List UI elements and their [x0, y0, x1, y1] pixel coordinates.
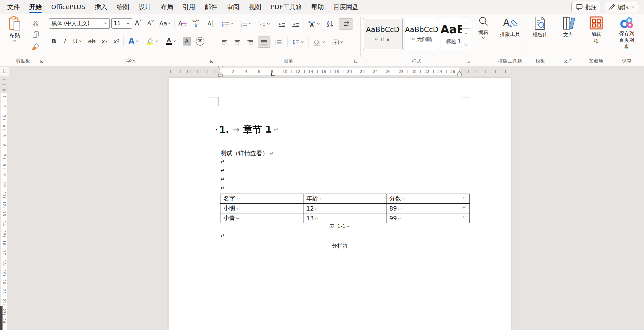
tab-home[interactable]: 开始: [25, 0, 47, 14]
table-cell[interactable]: 年龄↵: [303, 194, 386, 204]
asian-layout-button[interactable]: A: [305, 19, 322, 29]
comments-button[interactable]: 批注: [571, 2, 601, 12]
tab-review[interactable]: 审阅: [222, 0, 244, 14]
table-cell[interactable]: 小青↵: [220, 213, 303, 223]
library-button[interactable]: 文库: [554, 16, 582, 38]
superscript-button[interactable]: x²: [111, 36, 121, 47]
font-dialog-launcher[interactable]: [209, 59, 214, 64]
text-effects-button[interactable]: A: [125, 36, 142, 47]
increase-indent-button[interactable]: [289, 19, 302, 29]
grow-font-button[interactable]: A^: [134, 18, 144, 28]
show-formatting-marks-button[interactable]: [339, 18, 353, 30]
distribute-text-button[interactable]: [273, 37, 285, 47]
styles-scroll-down-button[interactable]: [462, 28, 470, 39]
heading-text: 章节 1: [243, 123, 272, 136]
character-shading-button[interactable]: A: [181, 36, 192, 47]
edit-mode-button[interactable]: 编辑: [604, 2, 639, 12]
row-end-mark: ↵: [462, 195, 466, 201]
tab-help[interactable]: 帮助: [307, 0, 329, 14]
ribbon-group-styles: AaBbCcD ↵ 正文 AaBbCcD ↵ 无间隔 AaB 标题 1: [361, 14, 473, 66]
tab-baidu-pan[interactable]: 百度网盘: [329, 0, 363, 14]
font-family-select[interactable]: 黑体 (中文正文): [49, 18, 110, 29]
change-case-button[interactable]: Aa: [158, 18, 173, 28]
copy-button[interactable]: [30, 30, 41, 40]
editing-menu-button[interactable]: 编辑: [473, 16, 494, 39]
addins-button[interactable]: 加载项: [582, 16, 610, 44]
table-cell[interactable]: 名字↵: [220, 194, 303, 204]
subscript-button[interactable]: x₂: [99, 36, 109, 47]
table-cell[interactable]: 89↵: [386, 204, 470, 213]
tab-stop-marker[interactable]: [271, 73, 275, 76]
table-cell[interactable]: 小明↵: [220, 204, 303, 213]
numbering-button[interactable]: 123: [237, 19, 254, 29]
decrease-indent-button[interactable]: [275, 19, 288, 29]
strikethrough-button[interactable]: ab: [86, 36, 97, 47]
template-library-button[interactable]: 模板库: [526, 16, 554, 38]
clear-formatting-button[interactable]: A: [176, 18, 188, 28]
ribbon: 粘贴 剪贴板: [0, 14, 644, 66]
table-cell[interactable]: 13↵: [303, 213, 386, 223]
font-color-button[interactable]: A: [163, 36, 180, 47]
bold-button[interactable]: B: [49, 36, 58, 47]
table-header-row: 名字↵年龄↵分数↵: [220, 194, 470, 204]
right-indent-marker[interactable]: [456, 71, 463, 77]
tab-officeplus[interactable]: OfficePLUS: [47, 0, 90, 14]
paragraph-dialog-launcher[interactable]: [354, 59, 358, 64]
align-center-button[interactable]: [232, 37, 243, 47]
v-ruler-number: 8: [2, 164, 7, 166]
highlight-color-button[interactable]: [144, 36, 161, 47]
tab-design[interactable]: 设计: [134, 0, 156, 14]
cut-button[interactable]: [30, 18, 41, 28]
tab-pdf-toolbox[interactable]: PDF工具箱: [266, 0, 307, 14]
paste-button[interactable]: 粘贴: [6, 16, 24, 42]
document-page[interactable]: · 1. → 章节 1 ↵ 测试（详情查看）↵ ↵↵↵↵ 名字↵年龄↵分数↵小明…: [169, 78, 511, 330]
justify-button[interactable]: [258, 36, 270, 48]
borders-button[interactable]: [330, 37, 346, 47]
align-right-button[interactable]: [245, 37, 256, 47]
style-card-no-spacing[interactable]: AaBbCcD ↵ 无间隔: [404, 18, 439, 50]
sort-button[interactable]: A Z: [324, 19, 337, 29]
styles-scroll-up-button[interactable]: [462, 18, 470, 29]
document-table[interactable]: 名字↵年龄↵分数↵小明↵12↵89↵小青↵13↵99↵: [220, 194, 470, 223]
tab-selector[interactable]: [3, 69, 7, 73]
cell-end-mark: ↵: [315, 206, 319, 212]
empty-paragraph-mark: ↵: [220, 168, 225, 173]
line-spacing-button[interactable]: [290, 37, 306, 47]
underline-button[interactable]: U: [70, 36, 84, 47]
v-ruler-number: 16: [2, 240, 7, 245]
style-card-normal[interactable]: AaBbCcD ↵ 正文: [363, 18, 402, 50]
row-end-mark: ↵: [462, 205, 466, 210]
shading-button[interactable]: [311, 37, 327, 47]
table-cell[interactable]: 99↵: [386, 213, 470, 223]
table-cell[interactable]: 分数↵: [386, 194, 470, 204]
indent-icon: [292, 21, 299, 27]
tab-file[interactable]: 文件: [3, 0, 25, 14]
tab-layout[interactable]: 布局: [156, 0, 178, 14]
tab-references[interactable]: 引用: [178, 0, 200, 14]
italic-button[interactable]: I: [60, 36, 69, 47]
styles-gallery-more-button[interactable]: [462, 39, 470, 50]
styles-dialog-launcher[interactable]: [466, 59, 470, 64]
indent-markers[interactable]: [217, 66, 224, 77]
format-painter-button[interactable]: [30, 41, 41, 52]
multilevel-list-button[interactable]: 1ai: [256, 19, 273, 29]
chevron-down-icon: [230, 23, 233, 25]
save-to-baidu-pan-button[interactable]: 保存到百度网盘: [610, 16, 643, 50]
clipboard-dialog-launcher[interactable]: [39, 59, 44, 64]
align-left-button[interactable]: [219, 37, 230, 47]
vertical-ruler[interactable]: 123456789101112131415161718192021222324: [0, 77, 8, 330]
chevron-down-icon: [136, 40, 139, 42]
phonetic-guide-button[interactable]: wén 文: [190, 18, 202, 29]
tab-insert[interactable]: 插入: [90, 0, 112, 14]
tab-draw[interactable]: 绘图: [112, 0, 134, 14]
typeset-tools-button[interactable]: A 排版工具: [494, 16, 526, 37]
horizontal-ruler[interactable]: 24681012141618202224262830323436: [169, 67, 511, 76]
tab-mailings[interactable]: 邮件: [200, 0, 222, 14]
font-size-select[interactable]: 11: [111, 18, 132, 29]
bullets-button[interactable]: [219, 19, 236, 29]
enclose-characters-button[interactable]: 字: [194, 36, 206, 47]
tab-view[interactable]: 视图: [244, 0, 266, 14]
table-cell[interactable]: 12↵: [303, 204, 386, 213]
character-border-button[interactable]: A: [204, 18, 215, 28]
shrink-font-button[interactable]: A: [146, 18, 156, 28]
